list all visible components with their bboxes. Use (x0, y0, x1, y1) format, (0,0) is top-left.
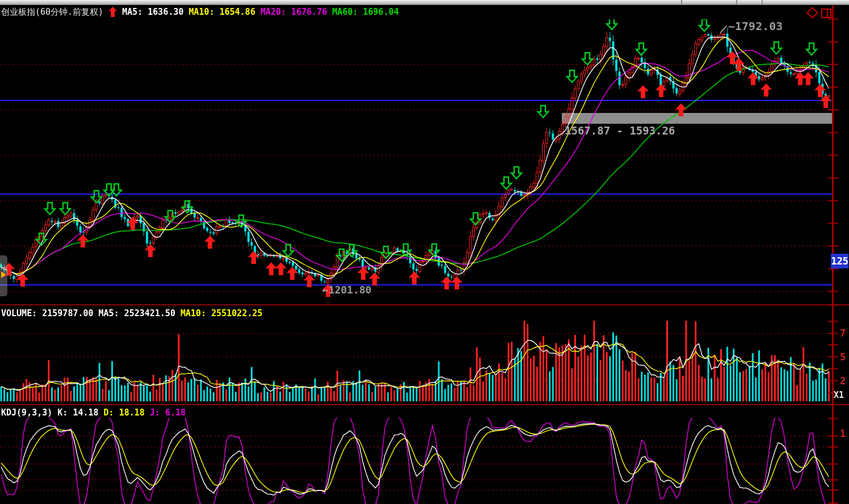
expand-arrow-icon (1, 271, 6, 278)
support-range-annotation: 1567.87 - 1593.26 (565, 124, 675, 137)
window-icon-divider (827, 10, 828, 17)
volume-header: VOLUME: 2159787.00 MA5: 2523421.50 MA10:… (1, 307, 263, 320)
volume-axis-label: 5 (840, 351, 846, 363)
volume-ma5-value: MA5: 2523421.50 (99, 308, 175, 318)
chart-header: 创业板指(60分钟.前复权) MA5: 1636.30 MA10: 1654.8… (1, 5, 399, 19)
kdj-k-value: K: 14.18 (57, 408, 98, 418)
kdj-axis-label: 1 (840, 428, 846, 439)
kdj-j-value: J: 6.18 (150, 408, 186, 418)
instrument-title: 创业板指(60分钟.前复权) (1, 7, 103, 18)
toolbar-separator (681, 0, 682, 5)
kdj-d-value: D: 18.18 (104, 408, 145, 418)
chart-canvas[interactable] (0, 0, 849, 504)
low-price-annotation: ←1201.80 (322, 284, 372, 296)
panel-collapse-handle[interactable] (0, 255, 7, 296)
trading-app-window: { "header": { "title": "创业板指(60分钟.前复权)",… (0, 0, 849, 504)
window-restore-icon[interactable] (821, 9, 831, 18)
price-level-tag: 125 (831, 254, 848, 268)
volume-multiplier-label: X1 (834, 390, 844, 400)
ma20-value: MA20: 1676.76 (260, 7, 327, 17)
kdj-name: KDJ(9,3,3) (1, 408, 52, 418)
volume-axis-label: 7 (840, 327, 846, 339)
ma10-value: MA10: 1654.86 (189, 7, 255, 17)
kdj-header: KDJ(9,3,3) K: 14.18 D: 18.18 J: 6.18 (1, 406, 186, 419)
volume-ma10-value: MA10: 2551022.25 (180, 308, 263, 318)
ma60-value: MA60: 1696.04 (332, 7, 398, 17)
volume-axis-label: 2 (840, 375, 846, 387)
toolbar-strip (0, 0, 849, 5)
volume-value: VOLUME: 2159787.00 (1, 308, 94, 318)
toolbar-separator (736, 0, 737, 5)
ma5-value: MA5: 1636.30 (122, 7, 183, 17)
peak-price-annotation: ~1792.03 (728, 19, 783, 33)
toolbar-separator (762, 0, 763, 5)
up-arrow-icon (108, 7, 117, 17)
